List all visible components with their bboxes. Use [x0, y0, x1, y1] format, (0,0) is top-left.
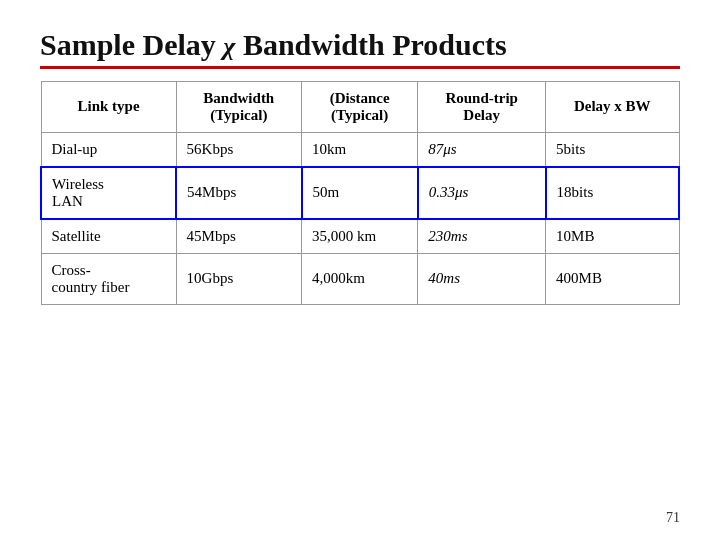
cell-distance: 4,000km: [302, 253, 418, 304]
table-row: Satellite 45Mbps 35,000 km 230ms 10MB: [41, 219, 679, 254]
italic-value: 87μs: [428, 141, 456, 157]
col-header-bandwidth: Bandwidth(Typical): [176, 81, 301, 132]
cell-bandwidth: 56Kbps: [176, 132, 301, 167]
page-title: Sample Delay χ Bandwidth Products: [40, 28, 680, 62]
title-underline: [40, 66, 680, 69]
table-row-wireless-lan: WirelessLAN 54Mbps 50m 0.33μs 18bits: [41, 167, 679, 219]
cell-bandwidth: 45Mbps: [176, 219, 301, 254]
cell-round-trip: 87μs: [418, 132, 546, 167]
cell-delay-bw: 5bits: [546, 132, 679, 167]
cell-bandwidth: 54Mbps: [176, 167, 301, 219]
cell-round-trip: 230ms: [418, 219, 546, 254]
italic-value: 230ms: [428, 228, 467, 244]
cell-delay-bw: 400MB: [546, 253, 679, 304]
col-header-link-type: Link type: [41, 81, 176, 132]
table-row: Dial-up 56Kbps 10km 87μs 5bits: [41, 132, 679, 167]
chi-symbol: χ: [223, 32, 235, 61]
cell-distance: 50m: [302, 167, 418, 219]
cell-bandwidth: 10Gbps: [176, 253, 301, 304]
italic-value: 0.33μs: [429, 184, 469, 200]
cell-distance: 10km: [302, 132, 418, 167]
cell-link-type: Cross-country fiber: [41, 253, 176, 304]
cell-link-type: Dial-up: [41, 132, 176, 167]
title-area: Sample Delay χ Bandwidth Products: [40, 28, 680, 69]
page: Sample Delay χ Bandwidth Products Link t…: [0, 0, 720, 540]
col-header-delay-bw: Delay x BW: [546, 81, 679, 132]
table-row: Cross-country fiber 10Gbps 4,000km 40ms …: [41, 253, 679, 304]
data-table: Link type Bandwidth(Typical) (Distance(T…: [40, 81, 680, 305]
cell-distance: 35,000 km: [302, 219, 418, 254]
col-header-distance: (Distance(Typical): [302, 81, 418, 132]
cell-link-type: Satellite: [41, 219, 176, 254]
page-number: 71: [666, 510, 680, 526]
col-header-round-trip: Round-tripDelay: [418, 81, 546, 132]
cell-round-trip: 40ms: [418, 253, 546, 304]
italic-value: 40ms: [428, 270, 460, 286]
cell-round-trip: 0.33μs: [418, 167, 546, 219]
cell-delay-bw: 10MB: [546, 219, 679, 254]
table-header-row: Link type Bandwidth(Typical) (Distance(T…: [41, 81, 679, 132]
cell-link-type: WirelessLAN: [41, 167, 176, 219]
cell-delay-bw: 18bits: [546, 167, 679, 219]
